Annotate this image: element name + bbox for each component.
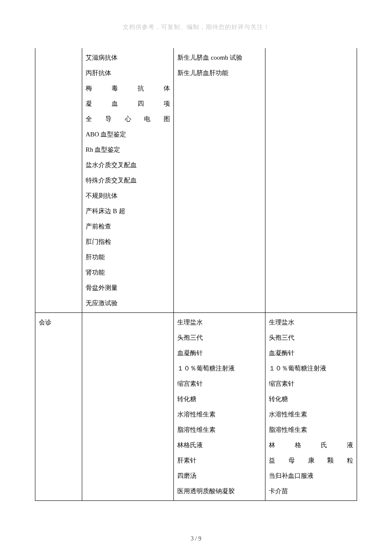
list-item: １０％葡萄糖注射液 xyxy=(177,361,262,376)
list-item: 转化糖 xyxy=(269,391,353,407)
cell-r1c4 xyxy=(265,48,357,313)
page: 文档供参考，可复制、编制，期待您的好评与关注！ 艾滋病抗体丙肝抗体梅毒抗体凝血四… xyxy=(0,0,392,555)
list-item: 卡介苗 xyxy=(269,483,353,499)
cell-r2c4: 生理盐水头孢三代血凝酶针１０％葡萄糖注射液缩宫素针转化糖水溶性维生素脂溶性维生素… xyxy=(265,313,357,501)
header-note: 文档供参考，可复制、编制，期待您的好评与关注！ xyxy=(0,23,392,31)
list-item: 全导心电图 xyxy=(86,111,170,127)
cell-r1c3: 新生儿脐血 coomb 试验新生儿脐血肝功能 xyxy=(174,48,265,313)
list-item: 骨盆外测量 xyxy=(86,280,170,295)
list-item: 生理盐水 xyxy=(177,315,262,330)
list-item: 林格氏液 xyxy=(269,437,353,453)
list-item: 不规则抗体 xyxy=(86,188,170,203)
page-number: 3 / 9 xyxy=(0,535,392,542)
list-item: 丙肝抗体 xyxy=(86,65,170,81)
list-item: 脂溶性维生素 xyxy=(177,422,262,437)
list-item: ABO 血型鉴定 xyxy=(86,127,170,142)
cell-r1c1 xyxy=(35,48,82,313)
cell-r2c2 xyxy=(82,313,174,501)
list-item: 缩宫素针 xyxy=(269,376,353,391)
list-item: 血凝酶针 xyxy=(177,345,262,361)
list-item: 肝功能 xyxy=(86,249,170,265)
list-item: 四磨汤 xyxy=(177,468,262,483)
list-item: 转化糖 xyxy=(177,391,262,407)
list-item: 血凝酶针 xyxy=(269,345,353,361)
list-item: 梅毒抗体 xyxy=(86,81,170,96)
list-item: Rh 血型鉴定 xyxy=(86,142,170,157)
list-item: 头孢三代 xyxy=(177,330,262,345)
list-item: 肝素针 xyxy=(177,453,262,468)
list-item: 头孢三代 xyxy=(269,330,353,345)
list-item: 肾功能 xyxy=(86,265,170,280)
list-item: 新生儿脐血 coomb 试验 xyxy=(177,50,262,65)
table-row: 艾滋病抗体丙肝抗体梅毒抗体凝血四项全导心电图ABO 血型鉴定Rh 血型鉴定盐水介… xyxy=(35,48,357,313)
list-item: 特殊介质交叉配血 xyxy=(86,173,170,188)
list-item: 缩宫素针 xyxy=(177,376,262,391)
list-item: 无应激试验 xyxy=(86,295,170,311)
list-item: 生理盐水 xyxy=(269,315,353,330)
list-item: 艾滋病抗体 xyxy=(86,50,170,65)
list-item: 水溶性维生素 xyxy=(269,407,353,422)
cell-r1c2: 艾滋病抗体丙肝抗体梅毒抗体凝血四项全导心电图ABO 血型鉴定Rh 血型鉴定盐水介… xyxy=(82,48,174,313)
list-item: 肛门指检 xyxy=(86,234,170,249)
list-item: 林格氏液 xyxy=(177,437,262,453)
list-item: 产前检查 xyxy=(86,219,170,234)
cell-r2c3: 生理盐水头孢三代血凝酶针１０％葡萄糖注射液缩宫素针转化糖水溶性维生素脂溶性维生素… xyxy=(174,313,265,501)
table-row: 会诊 生理盐水头孢三代血凝酶针１０％葡萄糖注射液缩宫素针转化糖水溶性维生素脂溶性… xyxy=(35,313,357,501)
list-item: 盐水介质交叉配血 xyxy=(86,157,170,173)
main-table: 艾滋病抗体丙肝抗体梅毒抗体凝血四项全导心电图ABO 血型鉴定Rh 血型鉴定盐水介… xyxy=(35,48,357,501)
list-item: 新生儿脐血肝功能 xyxy=(177,65,262,81)
cell-r2c1: 会诊 xyxy=(35,313,82,501)
list-item: 脂溶性维生素 xyxy=(269,422,353,437)
list-item: 凝血四项 xyxy=(86,96,170,111)
list-item: 当归补血口服液 xyxy=(269,468,353,483)
list-item: 益母康颗粒 xyxy=(269,453,353,468)
list-item: 水溶性维生素 xyxy=(177,407,262,422)
list-item: 医用透明质酸钠凝胶 xyxy=(177,483,262,499)
list-item: １０％葡萄糖注射液 xyxy=(269,361,353,376)
list-item: 产科床边 B 超 xyxy=(86,203,170,219)
